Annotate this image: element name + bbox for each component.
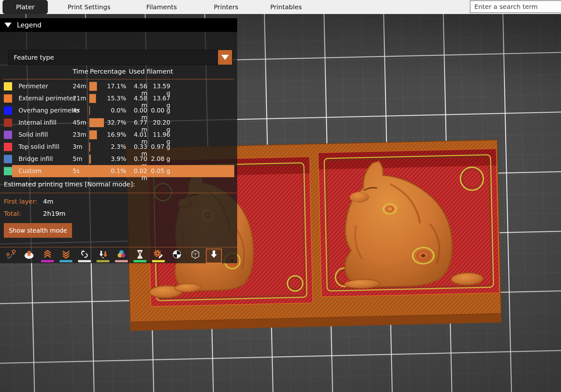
feature-row-external-perimeter[interactable]: External perimeter 21m 15.3% 4.58 m 13.6… bbox=[0, 92, 237, 105]
feature-name: Overhang perimeter bbox=[18, 107, 80, 114]
marker-color-underline bbox=[97, 260, 109, 262]
legend-title-label: Legend bbox=[17, 21, 41, 29]
feature-length: 0.02 m bbox=[126, 167, 147, 181]
deretractions-icon bbox=[60, 249, 72, 259]
preview-options-toolbar bbox=[3, 249, 221, 263]
dropdown-button[interactable] bbox=[218, 50, 232, 65]
deretractions-icon[interactable] bbox=[59, 249, 73, 263]
top-tab-bar: Plater Print Settings Filaments Printers… bbox=[0, 0, 561, 14]
feature-color-swatch bbox=[4, 94, 12, 103]
seams-icon bbox=[78, 249, 91, 259]
feature-row-overhang-perimeter[interactable]: Overhang perimeter 4s 0.0% 0.00 m 0.00 g bbox=[0, 105, 237, 117]
feature-row-internal-infill[interactable]: Internal infill 45m 32.7% 6.77 m 20.20 g bbox=[0, 117, 237, 129]
feature-color-swatch bbox=[4, 143, 12, 151]
feature-weight: 0.05 g bbox=[147, 167, 170, 174]
feature-row-perimeter[interactable]: Perimeter 24m 17.1% 4.56 m 13.59 g bbox=[0, 80, 237, 92]
tab-plater[interactable]: Plater bbox=[3, 0, 48, 14]
feature-percentage: 0.1% bbox=[96, 167, 126, 174]
feature-time: 21m bbox=[73, 95, 86, 102]
col-used-filament: Used filament bbox=[129, 68, 173, 75]
feature-percentage: 32.7% bbox=[96, 119, 126, 126]
first-layer-label: First layer: bbox=[4, 198, 37, 205]
tab-printers[interactable]: Printers bbox=[211, 3, 242, 11]
printhead-icon bbox=[208, 249, 220, 259]
feature-time: 5m bbox=[73, 155, 83, 162]
tab-printables[interactable]: Printables bbox=[267, 3, 305, 11]
pause-prints-icon[interactable] bbox=[133, 249, 147, 263]
search-input[interactable] bbox=[470, 0, 561, 13]
tab-filaments[interactable]: Filaments bbox=[143, 3, 180, 11]
feature-percentage: 17.1% bbox=[96, 83, 126, 90]
feature-time: 23m bbox=[73, 131, 86, 138]
legend-header[interactable]: Legend bbox=[0, 18, 237, 32]
marker-color-underline bbox=[41, 260, 54, 262]
percentage-bar bbox=[89, 167, 90, 176]
feature-weight: 0.00 g bbox=[147, 107, 170, 114]
retractions-icon[interactable] bbox=[40, 249, 55, 263]
feature-percentage: 0.0% bbox=[96, 107, 126, 114]
collapse-triangle-icon bbox=[4, 23, 11, 27]
travel-paths-icon[interactable] bbox=[3, 249, 18, 263]
feature-name: Internal infill bbox=[18, 119, 56, 126]
first-layer-value: 4m bbox=[43, 198, 53, 205]
total-value: 2h19m bbox=[43, 210, 65, 217]
tab-print-settings[interactable]: Print Settings bbox=[64, 3, 113, 11]
feature-name: Bridge infill bbox=[18, 155, 53, 162]
total-label: Total: bbox=[4, 210, 21, 217]
view-type-value: Feature type bbox=[8, 54, 218, 61]
marker-color-underline bbox=[60, 260, 72, 262]
marker-color-underline bbox=[134, 260, 146, 262]
chevron-down-icon bbox=[221, 55, 229, 60]
marker-color-underline bbox=[78, 260, 91, 262]
legend-panel: Legend Feature type Time Percentage Used… bbox=[0, 18, 237, 263]
seams-icon[interactable] bbox=[77, 249, 92, 263]
divider bbox=[3, 79, 234, 79]
wipe-icon[interactable] bbox=[22, 249, 36, 263]
feature-time: 3m bbox=[73, 143, 83, 150]
feature-color-swatch bbox=[4, 131, 12, 139]
pause-prints-icon bbox=[134, 249, 146, 259]
percentage-bar bbox=[89, 155, 91, 163]
custom-gcodes-icon[interactable] bbox=[151, 249, 166, 263]
marker-color-underline bbox=[115, 260, 128, 262]
feature-row-top-solid-infill[interactable]: Top solid infill 3m 2.3% 0.33 m 0.97 g bbox=[0, 141, 237, 153]
feature-percentage: 16.9% bbox=[96, 131, 126, 138]
cat-tail-right bbox=[451, 272, 483, 285]
feature-row-custom[interactable]: Custom 5s 0.1% 0.02 m 0.05 g bbox=[0, 165, 237, 177]
feature-row-solid-infill[interactable]: Solid infill 23m 16.9% 4.01 m 11.96 g bbox=[0, 129, 237, 141]
feature-time: 5s bbox=[73, 167, 80, 174]
col-time: Time bbox=[73, 68, 88, 75]
custom-gcodes-icon bbox=[152, 249, 164, 259]
marker-color-underline bbox=[152, 260, 165, 262]
tool-changes-icon[interactable] bbox=[96, 249, 110, 263]
first-layer-row: First layer: 4m bbox=[4, 198, 37, 205]
printhead-icon[interactable] bbox=[207, 249, 221, 263]
travel-paths-icon bbox=[4, 249, 17, 259]
feature-percentage: 15.3% bbox=[96, 95, 126, 102]
shells-icon bbox=[189, 249, 201, 259]
feature-percentage: 3.9% bbox=[96, 155, 126, 162]
tool-changes-icon bbox=[97, 249, 109, 259]
feature-time: 45m bbox=[73, 119, 86, 126]
feature-time: 24m bbox=[73, 83, 86, 90]
feature-color-swatch bbox=[4, 119, 12, 127]
retractions-icon bbox=[41, 249, 54, 259]
feature-weight: 2.08 g bbox=[147, 155, 170, 162]
center-of-mass-icon[interactable] bbox=[170, 249, 184, 263]
view-type-select[interactable]: Feature type bbox=[8, 50, 232, 65]
feature-row-bridge-infill[interactable]: Bridge infill 5m 3.9% 0.70 m 2.08 g bbox=[0, 153, 237, 165]
percentage-bar bbox=[89, 94, 96, 103]
feature-color-swatch bbox=[4, 167, 12, 175]
feature-percentage: 2.3% bbox=[96, 143, 126, 150]
feature-color-swatch bbox=[4, 155, 12, 163]
estimated-times-title: Estimated printing times [Normal mode]: bbox=[4, 180, 135, 188]
total-time-row: Total: 2h19m bbox=[4, 210, 21, 217]
color-changes-icon[interactable] bbox=[114, 249, 129, 263]
feature-rows: Perimeter 24m 17.1% 4.56 m 13.59 g Exter… bbox=[0, 80, 237, 177]
feature-color-swatch bbox=[4, 82, 12, 91]
divider bbox=[0, 193, 237, 193]
show-stealth-mode-button[interactable]: Show stealth mode bbox=[4, 223, 72, 238]
shells-icon[interactable] bbox=[188, 249, 203, 263]
percentage-bar bbox=[89, 142, 90, 151]
col-percentage: Percentage bbox=[90, 68, 126, 75]
